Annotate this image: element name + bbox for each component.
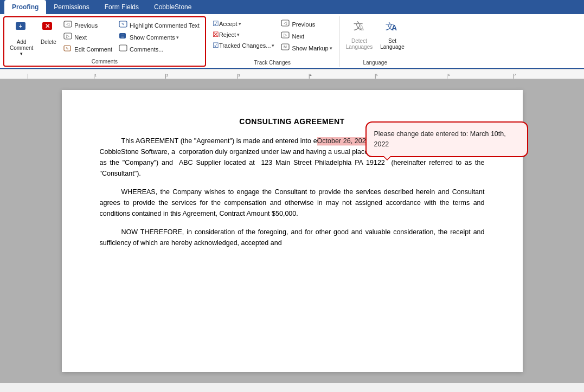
ruler-inner: | |¹ |² |³ |⁴ |⁵ |⁶ |⁷ [16, 69, 568, 79]
ruler-mark-8: |⁷ [512, 73, 516, 79]
comments-label-icon [119, 44, 127, 54]
reject-label: Reject [219, 31, 236, 38]
reject-dropdown[interactable]: ▾ [237, 32, 240, 37]
svg-text:✎: ✎ [121, 22, 125, 26]
comments-label-button[interactable]: Comments... [117, 43, 202, 55]
accept-col: ☑ Accept ▾ ☒ Reject ▾ ☑ Tracked Changes.… [210, 18, 277, 50]
accept-button[interactable]: ☑ Accept ▾ [210, 18, 277, 29]
highlighted-date: October 26, 2020 [317, 137, 370, 145]
previous-label: Previous [74, 22, 98, 29]
svg-text:☰: ☰ [121, 34, 124, 38]
svg-text:✎: ✎ [66, 47, 69, 50]
add-comment-label: Add Comment [10, 39, 33, 51]
show-markup-button[interactable]: M Show Markup ▾ [279, 42, 334, 54]
show-markup-label: Show Markup [292, 45, 328, 52]
comments-label: Comments... [130, 46, 163, 53]
tab-form-fields[interactable]: Form Fields [97, 0, 146, 14]
ruler-mark-5: |⁴ [309, 73, 312, 79]
track-next-label: Next [292, 33, 304, 40]
track-changes-group-label: Track Changes [254, 59, 291, 66]
comment-text: Please change date entered to: March 10t… [374, 130, 506, 148]
add-comment-dropdown[interactable]: ▾ [20, 51, 23, 56]
add-comment-button[interactable]: + Add Comment ▾ [8, 18, 35, 57]
next-icon: ▷ [63, 33, 72, 42]
next-button[interactable]: ▷ Next [61, 31, 114, 43]
set-language-button[interactable]: 文 A Set Language [378, 17, 407, 51]
ribbon-container: Proofing Permissions Form Fields CobbleS… [0, 0, 584, 69]
comments-group-label: Comments [92, 57, 118, 65]
svg-text:▷: ▷ [66, 34, 70, 38]
ruler-mark-1: | [27, 73, 28, 79]
previous-icon: ◁ [63, 21, 72, 30]
track-next-icon: ▷ [281, 31, 290, 41]
svg-text:◁: ◁ [66, 22, 70, 27]
svg-text:M: M [284, 45, 287, 49]
edit-comment-button[interactable]: ✎ Edit Comment [61, 43, 114, 55]
svg-rect-14 [119, 45, 127, 51]
document-page: CONSULTING AGREEMENT Please change date … [62, 90, 523, 372]
nav-col: ◁ Previous ▷ Next [61, 20, 114, 55]
language-group-content: 文 A Detect Languages 文 A Set Language [344, 17, 407, 59]
edit-comment-label: Edit Comment [74, 46, 112, 53]
edit-comment-icon: ✎ [63, 44, 72, 54]
tab-permissions[interactable]: Permissions [46, 0, 97, 14]
comment-bubble: Please change date entered to: March 10t… [365, 121, 528, 157]
delete-label: Delete [41, 39, 56, 45]
track-previous-button[interactable]: ◁ Previous [279, 18, 334, 30]
set-language-label: Set Language [380, 38, 405, 50]
tab-proofing[interactable]: Proofing [4, 0, 46, 14]
svg-text:◁: ◁ [284, 21, 287, 25]
track-previous-label: Previous [292, 21, 315, 28]
highlight-commented-text-label: Highlight Commented Text [130, 22, 200, 29]
highlight-commented-text-button[interactable]: ✎ Highlight Commented Text [117, 20, 202, 31]
ruler-mark-3: |² [165, 73, 168, 79]
ribbon-tabs: Proofing Permissions Form Fields CobbleS… [0, 0, 584, 14]
show-comments-label: Show Comments [130, 34, 175, 41]
ruler-mark-2: |¹ [93, 73, 96, 79]
accept-label: Accept [219, 21, 238, 27]
set-language-icon: 文 A [384, 18, 400, 37]
highlight-icon: ✎ [119, 21, 127, 30]
tracked-changes-icon: ☑ [213, 41, 219, 49]
reject-button[interactable]: ☒ Reject ▾ [210, 29, 277, 40]
track-nav-col: ◁ Previous ▷ Next [279, 18, 334, 54]
tab-cobblestone[interactable]: CobbleStone [146, 0, 199, 14]
highlight-col: ✎ Highlight Commented Text ☰ Show Com [117, 20, 202, 55]
detect-languages-label: Detect Languages [346, 38, 373, 50]
show-comments-button[interactable]: ☰ Show Comments ▾ [117, 31, 202, 43]
add-comment-icon: + [14, 20, 29, 38]
delete-comment-icon: ✕ [41, 20, 56, 38]
ruler-mark-6: |⁵ [375, 73, 378, 79]
previous-button[interactable]: ◁ Previous [61, 20, 114, 31]
track-next-button[interactable]: ▷ Next [279, 30, 334, 42]
document-area: CONSULTING AGREEMENT Please change date … [0, 79, 584, 383]
svg-text:A: A [392, 23, 397, 32]
ribbon-body: + Add Comment ▾ ✕ Delete [0, 14, 584, 69]
show-comments-dropdown[interactable]: ▾ [176, 35, 179, 40]
language-group: 文 A Detect Languages 文 A Set Language [339, 16, 411, 67]
language-group-label: Language [363, 59, 387, 66]
svg-text:A: A [359, 23, 364, 32]
comments-group: + Add Comment ▾ ✕ Delete [3, 16, 206, 67]
show-markup-icon: M [281, 43, 290, 53]
ruler: | |¹ |² |³ |⁴ |⁵ |⁶ |⁷ [0, 69, 584, 79]
delete-comment-button[interactable]: ✕ Delete [37, 18, 59, 46]
comments-group-content: + Add Comment ▾ ✕ Delete [8, 18, 202, 57]
tracked-changes-label: Tracked Changes... [219, 42, 271, 49]
detect-languages-button[interactable]: 文 A Detect Languages [344, 17, 375, 51]
tracked-changes-dropdown[interactable]: ▾ [272, 43, 274, 48]
accept-dropdown[interactable]: ▾ [239, 21, 241, 27]
paragraph-2: WHEREAS, the Company wishes to engage th… [100, 187, 485, 219]
reject-icon: ☒ [213, 30, 219, 38]
show-comments-icon: ☰ [119, 33, 127, 42]
paragraph-3: NOW THEREFORE, in consideration of the f… [100, 227, 485, 248]
track-previous-icon: ◁ [281, 20, 290, 29]
comment-bubble-wrapper: Please change date entered to: March 10t… [365, 121, 528, 157]
ruler-mark-7: |⁶ [446, 73, 450, 79]
next-label: Next [74, 34, 87, 41]
tracked-changes-button[interactable]: ☑ Tracked Changes... ▾ [210, 40, 277, 50]
detect-languages-icon: 文 A [351, 18, 367, 37]
track-changes-group: ☑ Accept ▾ ☒ Reject ▾ ☑ Tracked Changes.… [206, 16, 339, 67]
svg-text:+: + [18, 23, 22, 29]
show-markup-dropdown[interactable]: ▾ [330, 46, 332, 51]
